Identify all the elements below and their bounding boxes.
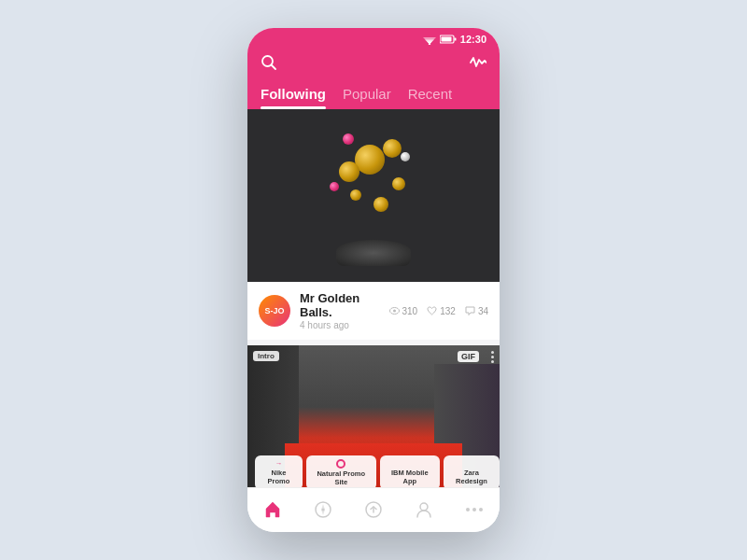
- tab-bar: Following Popular Recent: [247, 84, 500, 109]
- svg-point-13: [322, 508, 325, 511]
- ball-gold-sm-3: [374, 197, 388, 212]
- pedestal: [336, 240, 411, 266]
- app-header: [247, 50, 500, 84]
- user-icon: [415, 500, 433, 519]
- stat-views: 310: [389, 306, 418, 316]
- wifi-icon: [423, 35, 436, 45]
- status-icons: 12:30: [423, 34, 486, 45]
- svg-point-16: [420, 503, 428, 511]
- svg-point-19: [479, 508, 483, 511]
- chip-nike[interactable]: → Nike Promo: [255, 455, 303, 487]
- svg-rect-6: [454, 38, 456, 41]
- chip-ibm[interactable]: IBM Mobile App: [380, 455, 440, 487]
- home-icon: [263, 500, 282, 519]
- nav-upload[interactable]: [355, 498, 392, 521]
- ball-pink-1: [343, 133, 354, 145]
- gif-badge: GIF: [458, 351, 479, 362]
- phone-frame: 12:30 Following Popular Recent: [247, 28, 500, 532]
- stat-comments[interactable]: 34: [465, 306, 488, 316]
- bottom-nav: [247, 487, 500, 532]
- status-bar: 12:30: [247, 28, 500, 50]
- eye-icon: [389, 307, 400, 315]
- post-time-1: 4 hours ago: [300, 320, 380, 330]
- tab-popular[interactable]: Popular: [343, 86, 391, 109]
- ball-pink-2: [330, 182, 339, 191]
- post-image-2[interactable]: Intro GIF → Nike Promo: [247, 345, 500, 487]
- svg-line-8: [272, 65, 276, 70]
- post-image-1[interactable]: [247, 109, 500, 282]
- chip-natural[interactable]: Natural Promo Site: [306, 455, 376, 487]
- project-chips: → Nike Promo Natural Promo Site IBM Mobi…: [255, 455, 500, 487]
- svg-point-18: [472, 508, 476, 511]
- more-options-icon[interactable]: [491, 351, 494, 363]
- compass-icon: [314, 500, 332, 519]
- ball-gold-sm-1: [392, 177, 405, 190]
- tab-following[interactable]: Following: [261, 86, 326, 109]
- intro-badge: Intro: [253, 351, 279, 361]
- ball-white: [401, 152, 410, 161]
- ball-gold-med-1: [339, 161, 359, 182]
- ball-gold-sm-2: [350, 189, 361, 201]
- avatar-1[interactable]: S-JO: [259, 295, 290, 327]
- balls-scene: [313, 126, 434, 266]
- post-info-1: S-JO Mr Golden Balls. 4 hours ago 310: [247, 282, 500, 340]
- svg-rect-5: [441, 37, 451, 42]
- tab-recent[interactable]: Recent: [408, 86, 453, 109]
- post-card-2: Intro GIF → Nike Promo: [247, 345, 500, 487]
- ball-gold-med-2: [383, 139, 402, 158]
- post-meta-1: Mr Golden Balls. 4 hours ago: [300, 291, 380, 330]
- feed-content[interactable]: S-JO Mr Golden Balls. 4 hours ago 310: [247, 109, 500, 487]
- nav-profile[interactable]: [405, 498, 443, 521]
- more-dots-icon: [465, 507, 484, 512]
- chip-zara[interactable]: Zara Redesign: [444, 455, 500, 487]
- chip-circle: [336, 459, 345, 469]
- svg-point-17: [466, 508, 470, 511]
- comment-icon: [465, 306, 475, 315]
- post-stats-1: 310 132 34: [389, 306, 489, 316]
- nav-home[interactable]: [254, 498, 291, 521]
- heart-icon: [427, 306, 437, 315]
- svg-point-10: [393, 310, 396, 313]
- post-card-1: S-JO Mr Golden Balls. 4 hours ago 310: [247, 109, 500, 340]
- upload-icon: [364, 500, 383, 519]
- search-icon[interactable]: [261, 54, 277, 75]
- battery-icon: [440, 35, 457, 44]
- time-display: 12:30: [460, 34, 486, 45]
- stat-likes[interactable]: 132: [427, 306, 456, 316]
- nav-more[interactable]: [456, 505, 493, 514]
- nav-explore[interactable]: [304, 498, 342, 521]
- activity-icon[interactable]: [470, 54, 486, 75]
- post-title-1: Mr Golden Balls.: [300, 291, 380, 319]
